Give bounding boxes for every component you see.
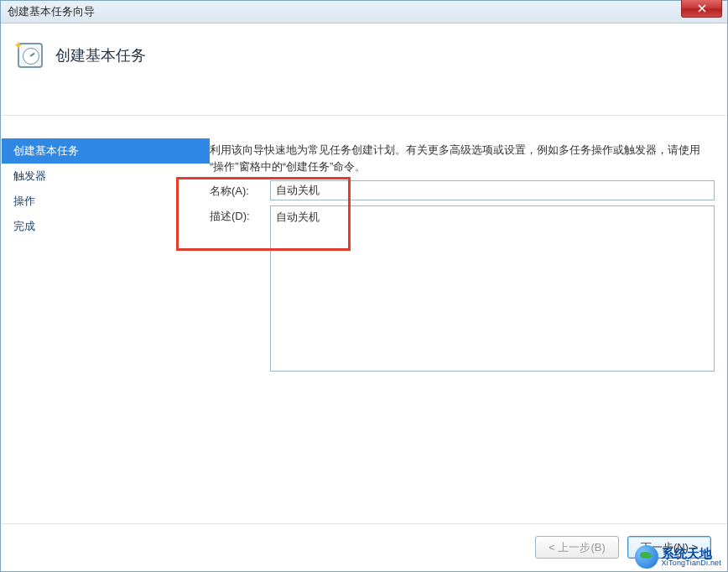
- name-label: 名称(A):: [210, 180, 270, 199]
- task-scheduler-icon: ✦: [15, 40, 44, 69]
- header-band: ✦ 创建基本任务: [2, 23, 726, 116]
- sidebar-item-trigger[interactable]: 触发器: [2, 164, 210, 189]
- window-title: 创建基本任务向导: [8, 4, 95, 19]
- footer-buttons: < 上一步(B) 下一步(N) >: [2, 523, 726, 570]
- back-button[interactable]: < 上一步(B): [535, 536, 619, 559]
- name-input[interactable]: [270, 180, 715, 200]
- page-title: 创建基本任务: [55, 40, 146, 65]
- wizard-steps-sidebar: 创建基本任务 触发器 操作 完成: [2, 138, 210, 523]
- wizard-window: 创建基本任务向导 ✦ 创建基本任务 创建基本任务 触发器 操作 完成 利用该向导…: [0, 0, 728, 572]
- content-area: ✦ 创建基本任务 创建基本任务 触发器 操作 完成 利用该向导快速地为常见任务创…: [2, 23, 726, 570]
- hint-text: 利用该向导快速地为常见任务创建计划。有关更多高级选项或设置，例如多任务操作或触发…: [210, 142, 715, 175]
- next-button[interactable]: 下一步(N) >: [627, 536, 711, 559]
- description-label: 描述(D):: [210, 205, 270, 224]
- body-columns: 创建基本任务 触发器 操作 完成 利用该向导快速地为常见任务创建计划。有关更多高…: [2, 138, 726, 523]
- titlebar[interactable]: 创建基本任务向导: [1, 1, 727, 23]
- description-row: 描述(D):: [210, 205, 715, 372]
- description-textarea[interactable]: [270, 205, 715, 372]
- close-icon: [698, 4, 706, 13]
- name-row: 名称(A):: [210, 180, 715, 200]
- main-panel: 利用该向导快速地为常见任务创建计划。有关更多高级选项或设置，例如多任务操作或触发…: [210, 138, 726, 523]
- close-button[interactable]: [681, 0, 722, 18]
- sidebar-item-finish[interactable]: 完成: [2, 214, 210, 239]
- sidebar-item-action[interactable]: 操作: [2, 189, 210, 214]
- sidebar-item-create-basic-task[interactable]: 创建基本任务: [2, 138, 210, 164]
